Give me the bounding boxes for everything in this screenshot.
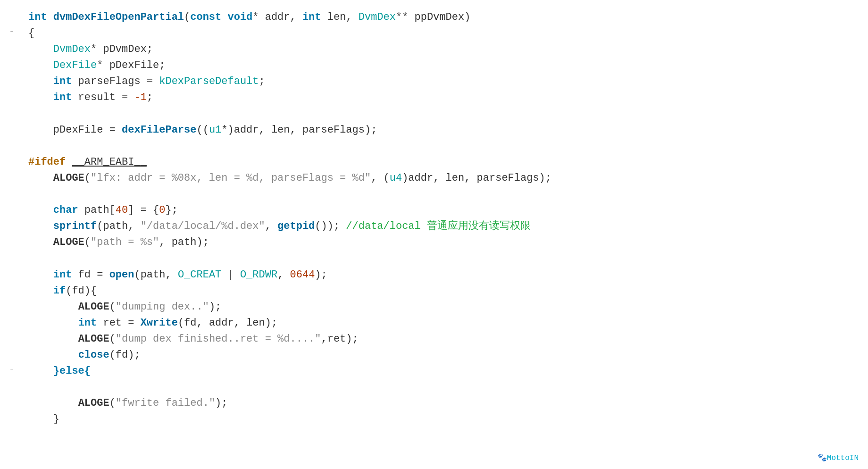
aloge-1: ALOGE bbox=[53, 170, 84, 186]
const-ocreat: O_CREAT bbox=[178, 267, 221, 283]
code-line-22: close(fd); bbox=[28, 347, 859, 363]
code-line-21: ALOGE("dump dex finished..ret = %d....",… bbox=[28, 331, 859, 347]
code-line-10: #ifdef __ARM_EABI__ bbox=[28, 154, 859, 170]
keyword-else: }else{ bbox=[53, 363, 91, 379]
num-neg1: -1 bbox=[134, 90, 146, 106]
func-name: dvmDexFileOpenPartial bbox=[53, 9, 184, 25]
fold-icon-2[interactable]: ⁻ bbox=[9, 285, 14, 297]
aloge-3: ALOGE bbox=[78, 299, 109, 315]
func-xwrite: Xwrite bbox=[141, 315, 178, 331]
code-line-15: ALOGE("path = %s", path); bbox=[28, 234, 859, 251]
comment-chinese: 普通应用没有读写权限 bbox=[427, 218, 531, 234]
keyword-char: char bbox=[53, 202, 78, 218]
string-6: "fwrite failed." bbox=[116, 395, 215, 411]
func-getpid: getpid bbox=[277, 218, 315, 234]
type-u4: u4 bbox=[390, 170, 402, 186]
code-line-23: ⁻ }else{ bbox=[28, 363, 859, 379]
string-2: "/data/local/%d.dex" bbox=[141, 218, 265, 234]
code-line-17: int fd = open(path, O_CREAT | O_RDWR, 06… bbox=[28, 267, 859, 283]
aloge-2: ALOGE bbox=[53, 234, 84, 251]
aloge-5: ALOGE bbox=[78, 395, 109, 411]
comment-1: //data/local bbox=[346, 218, 427, 234]
code-line-1: int dvmDexFileOpenPartial(const void* ad… bbox=[28, 9, 859, 25]
code-line-12 bbox=[28, 186, 859, 202]
func-dexfileparse: dexFileParse bbox=[122, 122, 196, 138]
type-dvmdex: DvmDex bbox=[359, 9, 396, 25]
code-viewer: int dvmDexFileOpenPartial(const void* ad… bbox=[0, 5, 868, 432]
code-line-6: int result = -1; bbox=[28, 90, 859, 106]
num-0: 0 bbox=[159, 202, 165, 218]
fold-icon-3[interactable]: ⁻ bbox=[9, 365, 14, 377]
keyword-int-6: int bbox=[78, 315, 97, 331]
func-close: close bbox=[78, 347, 109, 363]
code-line-18: ⁻ if(fd){ bbox=[28, 283, 859, 299]
string-1: "lfx: addr = %08x, len = %d, parseFlags … bbox=[91, 170, 371, 186]
code-line-11: ALOGE("lfx: addr = %08x, len = %d, parse… bbox=[28, 170, 859, 186]
string-5: "dump dex finished..ret = %d...." bbox=[116, 331, 321, 347]
fold-icon-1[interactable]: ⁻ bbox=[9, 27, 14, 39]
keyword-if: if bbox=[53, 283, 66, 299]
macro-arm-eabi: __ARM_EABI__ bbox=[72, 154, 146, 170]
code-line-19: ALOGE("dumping dex.."); bbox=[28, 299, 859, 315]
code-line-14: sprintf(path, "/data/local/%d.dex", getp… bbox=[28, 218, 859, 234]
code-line-25: ALOGE("fwrite failed."); bbox=[28, 395, 859, 411]
keyword-int-5: int bbox=[53, 267, 72, 283]
keyword-int-4: int bbox=[53, 90, 72, 106]
keyword-int-1: int bbox=[28, 9, 47, 25]
num-0644: 0644 bbox=[290, 267, 315, 283]
code-line-26: } bbox=[28, 411, 859, 427]
code-line-7 bbox=[28, 106, 859, 122]
code-line-8: pDexFile = dexFileParse((u1*)addr, len, … bbox=[28, 122, 859, 138]
type-dexfile: DexFile bbox=[53, 58, 97, 74]
code-line-16 bbox=[28, 251, 859, 267]
code-line-24 bbox=[28, 379, 859, 395]
keyword-void: void bbox=[227, 9, 252, 25]
code-line-9 bbox=[28, 138, 859, 154]
code-line-4: DexFile* pDexFile; bbox=[28, 58, 859, 74]
code-line-5: int parseFlags = kDexParseDefault; bbox=[28, 74, 859, 90]
macro-ifdef: #ifdef bbox=[28, 154, 66, 170]
code-line-13: char path[40] = {0}; bbox=[28, 202, 859, 218]
const-ordwr: O_RDWR bbox=[240, 267, 277, 283]
keyword-const: const bbox=[190, 9, 221, 25]
type-u1: u1 bbox=[209, 122, 221, 138]
func-sprintf: sprintf bbox=[53, 218, 97, 234]
num-40: 40 bbox=[116, 202, 128, 218]
string-4: "dumping dex.." bbox=[116, 299, 209, 315]
const-kDexParseDefault: kDexParseDefault bbox=[159, 74, 259, 90]
code-line-2: ⁻ { bbox=[28, 25, 859, 42]
type-dvmdex2: DvmDex bbox=[53, 42, 91, 58]
func-open: open bbox=[109, 267, 134, 283]
code-line-20: int ret = Xwrite(fd, addr, len); bbox=[28, 315, 859, 331]
keyword-int-3: int bbox=[53, 74, 72, 90]
string-3: "path = %s" bbox=[91, 234, 159, 251]
keyword-int-2: int bbox=[302, 9, 321, 25]
aloge-4: ALOGE bbox=[78, 331, 109, 347]
code-line-3: DvmDex* pDvmDex; bbox=[28, 42, 859, 58]
